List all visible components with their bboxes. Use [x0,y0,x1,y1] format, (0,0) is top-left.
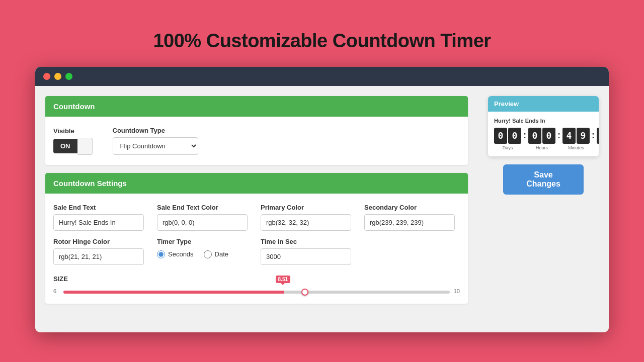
slider-wrap: 8.51 [63,287,450,296]
secondary-color-group: Secondary Color [364,204,460,231]
flip-digit-hours-0: 0 [528,128,541,144]
countdown-card: Countdown Visible ON Countdown Type [45,96,468,165]
countdown-header: Countdown [45,96,468,117]
time-in-sec-label: Time In Sec [261,238,356,245]
flip-digit-days-1: 0 [508,128,521,144]
browser-content: Countdown Visible ON Countdown Type [35,86,609,332]
preview-body: Hurry! Sale Ends In 0 0 Days : [488,112,599,156]
flip-countdown: 0 0 Days : 0 0 Hours [494,128,593,150]
dot-green[interactable] [65,73,72,80]
flip-digit-minutes-0: 4 [562,128,576,144]
toggle-wrap: ON [53,138,93,155]
preview-card: Preview Hurry! Sale Ends In 0 0 Days : [488,96,599,156]
save-changes-button[interactable]: Save Changes [503,164,584,195]
settings-grid: Sale End Text Sale End Text Color Primar… [53,204,460,265]
flip-digit-seconds-0: 3 [597,128,599,144]
rotor-hinge-input[interactable] [53,248,144,265]
settings-header: Countdown Settings [45,173,468,194]
toggle-on-button[interactable]: ON [53,139,77,153]
primary-color-input[interactable] [261,214,351,231]
settings-card: Countdown Settings Sale End Text Sale En… [45,173,468,304]
sale-end-text-color-label: Sale End Text Color [157,204,253,211]
flip-digits-minutes: 4 9 [562,128,590,144]
toggle-off-area[interactable] [77,138,93,155]
flip-unit-hours: 0 0 Hours [528,128,555,150]
timer-type-group: Timer Type Seconds Date [157,238,253,265]
flip-digit-days-0: 0 [494,128,507,144]
secondary-color-input[interactable] [364,214,455,231]
flip-digits-seconds: 3 6 [597,128,599,144]
browser-window: Countdown Visible ON Countdown Type [35,67,609,332]
visible-label: Visible [53,127,93,135]
settings-body: Sale End Text Sale End Text Color Primar… [45,194,468,275]
sep-3: : [592,130,595,141]
time-in-sec-group: Time In Sec [261,238,356,265]
dot-red[interactable] [43,73,50,80]
flip-unit-seconds: 3 6 Seconds [597,128,599,150]
slider-container: 6 8.51 10 [53,287,460,296]
countdown-type-label: Countdown Type [113,127,198,134]
hours-label: Hours [536,145,548,150]
flip-unit-minutes: 4 9 Minutes [562,128,590,150]
seconds-label: Seconds [168,250,194,258]
visible-group: Visible ON [53,127,93,155]
countdown-type-select[interactable]: Flip Countdown Standard Countdown Circle… [113,137,198,155]
sale-end-text-color-input[interactable] [157,214,248,231]
date-radio-label[interactable]: Date [204,250,228,258]
countdown-body: Visible ON Countdown Type Flip Countdown… [45,117,468,165]
sale-end-text-label: Sale End Text [53,204,149,211]
rotor-hinge-label: Rotor Hinge Color [53,238,149,245]
seconds-radio[interactable] [157,250,165,258]
secondary-color-label: Secondary Color [364,204,460,211]
size-label: SIZE [53,275,460,283]
sale-end-text-group: Sale End Text [53,204,149,231]
size-slider[interactable] [63,291,450,294]
sale-end-text-input[interactable] [53,214,144,231]
preview-sale-text: Hurry! Sale Ends In [494,118,593,124]
time-in-sec-input[interactable] [261,248,351,265]
slider-track-row: 6 8.51 10 [53,287,460,296]
dot-yellow[interactable] [54,73,61,80]
date-label: Date [215,250,228,258]
rotor-hinge-group: Rotor Hinge Color [53,238,149,265]
preview-header: Preview [488,96,599,112]
minutes-label: Minutes [568,145,584,150]
primary-color-group: Primary Color [261,204,356,231]
browser-titlebar [35,67,609,86]
countdown-type-group: Countdown Type Flip Countdown Standard C… [113,127,198,155]
size-tooltip: 8.51 [276,276,290,283]
slider-max: 10 [454,288,460,294]
right-panel: Preview Hurry! Sale Ends In 0 0 Days : [478,86,609,332]
flip-digit-minutes-1: 9 [577,128,590,144]
seconds-radio-label[interactable]: Seconds [157,250,194,258]
sep-2: : [557,130,560,141]
slider-min: 6 [53,288,59,294]
flip-digits-days: 0 0 [494,128,521,144]
days-label: Days [503,145,513,150]
primary-color-label: Primary Color [261,204,356,211]
size-section: SIZE 6 8.51 10 [45,275,468,304]
flip-digits-hours: 0 0 [528,128,555,144]
sale-end-text-color-group: Sale End Text Color [157,204,253,231]
left-panel: Countdown Visible ON Countdown Type [35,86,478,332]
countdown-visible-row: Visible ON Countdown Type Flip Countdown… [53,127,460,155]
flip-digit-hours-1: 0 [542,128,555,144]
sep-1: : [523,130,526,141]
timer-type-row: Seconds Date [157,250,253,258]
timer-type-label: Timer Type [157,238,253,245]
date-radio[interactable] [204,250,212,258]
page-title: 100% Customizable Countdown Timer [153,30,491,52]
flip-unit-days: 0 0 Days [494,128,521,150]
